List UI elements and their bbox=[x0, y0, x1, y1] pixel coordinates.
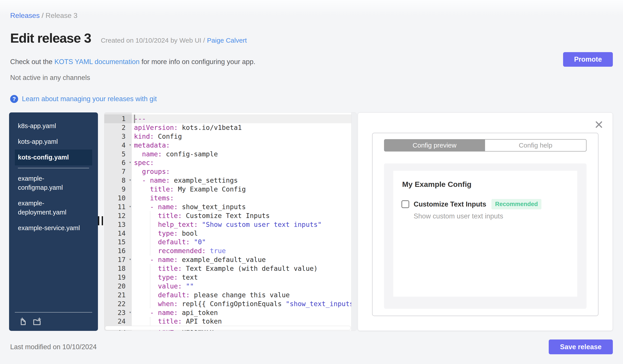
code-line: groups: bbox=[132, 167, 352, 176]
gutter-line-number: 15 bbox=[104, 238, 132, 246]
gutter-line-number: 6▾ bbox=[104, 158, 132, 167]
file-item-example-service.yaml[interactable]: example-service.yaml bbox=[15, 220, 92, 236]
tab-config-preview[interactable]: Config preview bbox=[384, 139, 485, 152]
customize-text-inputs-checkbox[interactable] bbox=[401, 200, 409, 208]
gutter-line-number: 24 bbox=[104, 317, 132, 326]
created-info: Created on 10/10/2024 by Web UI /Paige C… bbox=[101, 37, 247, 44]
editor-gutter-rows: 1234▾56▾78▾91011▾121314151617▾1819202122… bbox=[104, 113, 132, 331]
config-group-title: My Example Config bbox=[402, 180, 471, 189]
gutter-line-number: 13 bbox=[104, 220, 132, 229]
code-line: recommended: true bbox=[132, 246, 352, 255]
file-list-divider bbox=[18, 168, 89, 168]
config-item-row: Customize Text Inputs Recommended bbox=[401, 199, 541, 209]
indent-guide bbox=[150, 264, 150, 308]
fold-arrow-icon[interactable]: ▾ bbox=[129, 176, 131, 184]
config-card: Config previewConfig help My Example Con… bbox=[372, 133, 599, 316]
gutter-line-number: 1 bbox=[104, 114, 132, 123]
created-text: Created on 10/10/2024 by Web UI / bbox=[101, 37, 205, 44]
file-item-kots-config.yaml[interactable]: kots-config.yaml bbox=[15, 150, 92, 165]
page-title: Edit release 3 bbox=[10, 30, 91, 46]
code-line: items: bbox=[132, 194, 352, 202]
code-line: kind: Config bbox=[132, 132, 352, 141]
config-preview-region: My Example Config Customize Text Inputs … bbox=[384, 163, 586, 309]
fold-arrow-icon[interactable]: ▾ bbox=[129, 202, 131, 211]
gutter-line-number: 8▾ bbox=[104, 176, 132, 185]
docs-line: Check out the KOTS YAML documentation fo… bbox=[10, 58, 255, 66]
code-line: - name: example_settings bbox=[132, 176, 352, 185]
file-tree-sidebar: k8s-app.yamlkots-app.yamlkots-config.yam… bbox=[9, 112, 98, 331]
code-line: --- bbox=[132, 114, 352, 123]
editor-cursor bbox=[134, 115, 135, 123]
editor-horizontal-scrollbar[interactable] bbox=[105, 326, 351, 330]
add-file-icon[interactable] bbox=[18, 317, 28, 327]
code-line: when: repl{{ ConfigOptionEquals "show_te… bbox=[132, 300, 352, 308]
gutter-line-number: 23▾ bbox=[104, 308, 132, 317]
editor-gutter: 1234▾56▾78▾91011▾121314151617▾1819202122… bbox=[104, 113, 132, 331]
add-folder-icon[interactable] bbox=[32, 317, 42, 327]
code-line: title: Text Example (with default value) bbox=[132, 264, 352, 273]
breadcrumb-current: Release 3 bbox=[45, 12, 77, 20]
config-preview-card: My Example Config Customize Text Inputs … bbox=[393, 171, 577, 297]
kots-yaml-docs-link[interactable]: KOTS YAML documentation bbox=[54, 58, 139, 66]
save-release-button[interactable]: Save release bbox=[549, 340, 613, 354]
code-line: default: please change this value bbox=[132, 291, 352, 300]
code-line: name: config-sample bbox=[132, 150, 352, 159]
docs-prefix: Check out the bbox=[10, 58, 54, 66]
code-line: - name: api_token bbox=[132, 308, 352, 317]
gutter-line-number: 21 bbox=[104, 291, 132, 300]
gutter-line-number: 9 bbox=[104, 185, 132, 194]
fold-arrow-icon[interactable]: ▾ bbox=[129, 308, 131, 317]
gutter-line-number: 3 bbox=[104, 132, 132, 141]
file-item-kots-app.yaml[interactable]: kots-app.yaml bbox=[15, 134, 92, 150]
gutter-line-number: 19 bbox=[104, 273, 132, 282]
indent-guide bbox=[150, 211, 150, 255]
fold-arrow-icon[interactable]: ▾ bbox=[129, 255, 131, 264]
gutter-line-number: 11▾ bbox=[104, 202, 132, 211]
yaml-editor[interactable]: 1234▾56▾78▾91011▾121314151617▾1819202122… bbox=[104, 112, 356, 331]
gutter-line-number: 12 bbox=[104, 211, 132, 220]
code-line: type: text bbox=[132, 273, 352, 282]
tab-config-help[interactable]: Config help bbox=[485, 139, 586, 152]
file-tree-actions bbox=[15, 312, 92, 331]
gutter-line-number: 16 bbox=[104, 246, 132, 255]
sidebar-resize-handle[interactable] bbox=[98, 216, 103, 225]
editor-code[interactable]: ---apiVersion: kots.io/v1beta1kind: Conf… bbox=[132, 113, 352, 331]
config-preview-panel: Config previewConfig help My Example Con… bbox=[358, 112, 613, 331]
file-item-example-configmap.yaml[interactable]: example-configmap.yaml bbox=[15, 171, 92, 196]
breadcrumb-separator: / bbox=[40, 12, 45, 20]
file-list: k8s-app.yamlkots-app.yamlkots-config.yam… bbox=[9, 112, 98, 236]
recommended-badge: Recommended bbox=[491, 199, 541, 209]
file-item-k8s-app.yaml[interactable]: k8s-app.yaml bbox=[15, 118, 92, 134]
question-mark-icon: ? bbox=[10, 95, 18, 103]
gutter-line-number: 4▾ bbox=[104, 141, 132, 150]
git-help-label: Learn about managing your releases with … bbox=[22, 95, 157, 103]
code-line: help_text: "Show custom user text inputs… bbox=[132, 220, 352, 229]
fold-arrow-icon[interactable]: ▾ bbox=[129, 158, 131, 167]
gutter-line-number: 5 bbox=[104, 150, 132, 159]
gutter-line-number: 22 bbox=[104, 300, 132, 308]
gutter-line-number: 7 bbox=[104, 167, 132, 176]
file-item-example-deployment.yaml[interactable]: example-deployment.yaml bbox=[15, 196, 92, 220]
code-line: metadata: bbox=[132, 141, 352, 150]
editor-vertical-scrollbar[interactable] bbox=[351, 113, 356, 331]
release-editor-page: Releases / Release 3 Edit release 3 Crea… bbox=[0, 0, 623, 364]
author-link[interactable]: Paige Calvert bbox=[207, 37, 247, 44]
gutter-line-number: 10 bbox=[104, 194, 132, 202]
code-line: - name: show_text_inputs bbox=[132, 202, 352, 211]
close-icon[interactable] bbox=[595, 121, 603, 129]
gutter-line-number: 17▾ bbox=[104, 255, 132, 264]
breadcrumb-releases-link[interactable]: Releases bbox=[10, 12, 40, 20]
code-line: spec: bbox=[132, 158, 352, 167]
fold-arrow-icon[interactable]: ▾ bbox=[129, 141, 131, 149]
config-item-help-text: Show custom user text inputs bbox=[414, 212, 503, 220]
code-line: title: Customize Text Inputs bbox=[132, 211, 352, 220]
promote-button[interactable]: Promote bbox=[563, 52, 613, 67]
gutter-line-number: 14 bbox=[104, 229, 132, 238]
code-line: - name: example_default_value bbox=[132, 255, 352, 264]
channel-status: Not active in any channels bbox=[10, 74, 90, 82]
code-line: default: "0" bbox=[132, 238, 352, 246]
git-help-link[interactable]: ? Learn about managing your releases wit… bbox=[10, 95, 157, 103]
docs-suffix: for more info on configuring your app. bbox=[139, 58, 255, 66]
config-tabs: Config previewConfig help bbox=[384, 139, 586, 152]
gutter-line-number: 18 bbox=[104, 264, 132, 273]
